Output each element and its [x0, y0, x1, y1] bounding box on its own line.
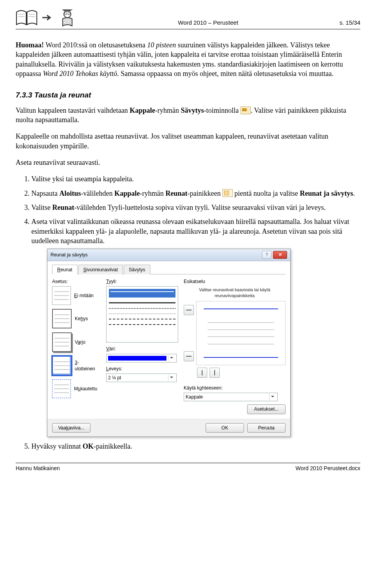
style-listbox[interactable]: [106, 286, 178, 343]
preview-column: Esikatselu Valitse reunaviivat kaaviosta…: [184, 278, 286, 414]
dialog-footer: Vaakaviiva... OK Peruuta: [47, 419, 290, 436]
style-option[interactable]: [109, 308, 175, 309]
asetus-thumb-custom: [52, 379, 71, 398]
paragraph-huomaa: Huomaa! Word 2010:ssä on oletusasetuksen…: [16, 40, 360, 78]
preview-canvas[interactable]: [196, 301, 286, 365]
footer-author: Hannu Matikainen: [16, 465, 60, 472]
dialog-titlebar: Reunat ja sävytys ? ✕: [47, 249, 290, 261]
asetus-3d[interactable]: 3-ulotteinen: [52, 356, 99, 375]
borders-icon: [222, 189, 233, 197]
shading-icon: [240, 106, 251, 114]
style-option[interactable]: [109, 324, 175, 325]
chevron-down-icon: [168, 355, 175, 361]
asetus-label: Asetus:: [52, 278, 99, 285]
step-5: Hyväksy valinnat OK-painikkeella.: [31, 442, 360, 451]
style-column: Tyyli: Väri:: [106, 278, 177, 414]
preview-top-border-button[interactable]: [184, 305, 194, 315]
apply-to-value: Kappale: [186, 394, 203, 400]
step-2: Napsauta Aloitus-välilehden Kappale-ryhm…: [31, 189, 360, 198]
asetus-ei-mitaan[interactable]: Ei mitään: [52, 286, 99, 305]
chevron-down-icon: [168, 375, 175, 381]
preview-left-border-button[interactable]: [197, 368, 207, 378]
asetus-thumb-none: [52, 286, 71, 305]
options-button[interactable]: Asetukset...: [247, 404, 286, 414]
preview-instructions: Valitse reunaviivat kaaviosta tai käytä …: [192, 287, 278, 299]
header-title: Word 2010 – Perusteet: [77, 19, 340, 27]
asetus-thumb-box: [52, 309, 72, 328]
dialog-tabs: Reunat Sivunreunaviivat Sävytys: [52, 264, 286, 274]
horizontal-line-button[interactable]: Vaakaviiva...: [52, 423, 90, 433]
asetus-kehys[interactable]: Kehys: [52, 309, 99, 328]
cancel-button[interactable]: Peruuta: [247, 423, 286, 433]
tab-sivunreunaviivat[interactable]: Sivunreunaviivat: [78, 265, 123, 274]
page-header: Word 2010 – Perusteet s. 15/34: [16, 8, 360, 29]
asetus-varjo[interactable]: Varjo: [52, 332, 99, 352]
preview-bottom-border-button[interactable]: [184, 351, 194, 361]
footer-filename: Word 2010 Perusteet.docx: [295, 465, 360, 472]
chevron-down-icon: [269, 394, 276, 400]
color-swatch: [108, 356, 166, 361]
asetus-thumb-shadow: [52, 332, 72, 352]
arrow-icon: [42, 14, 54, 22]
step-1: Valitse yksi tai useampia kappaleita.: [31, 174, 360, 184]
page-footer: Hannu Matikainen Word 2010 Perusteet.doc…: [16, 463, 360, 472]
step-3: Valitse Reunat-välilehden Tyyli-luettelo…: [31, 203, 360, 212]
preview-top-line: [204, 308, 278, 309]
asetus-mukautettu[interactable]: Mukautettu: [52, 379, 99, 398]
style-option[interactable]: [109, 319, 175, 319]
preview-label: Esikatselu: [184, 278, 286, 285]
paragraph-reunaviivat: Kappaleelle on mahdollista asettaa reuna…: [16, 132, 360, 151]
step-4: Aseta viivat valintaikkunan oikeassa reu…: [31, 217, 360, 437]
color-combo[interactable]: [106, 354, 177, 363]
borders-shading-dialog: Reunat ja sävytys ? ✕ Reunat Sivunreunav…: [47, 249, 291, 437]
student-icon: [58, 8, 77, 27]
lead-huomaa: Huomaa!: [16, 41, 44, 49]
book-icon: [16, 9, 38, 26]
paragraph-tausta: Valitun kappaleen taustaväri vaihdetaan …: [16, 106, 360, 125]
asetus-thumb-3d: [52, 356, 72, 375]
style-option[interactable]: [109, 314, 175, 314]
tab-reunat[interactable]: Reunat: [52, 265, 78, 274]
section-heading: 7.3.3 Tausta ja reunat: [16, 90, 360, 100]
ok-button[interactable]: OK: [206, 423, 244, 433]
style-option[interactable]: [109, 289, 175, 298]
header-page-number: s. 15/34: [340, 19, 360, 27]
style-option[interactable]: [109, 302, 175, 303]
preview-right-border-button[interactable]: [210, 368, 220, 378]
steps-list: Valitse yksi tai useampia kappaleita. Na…: [16, 174, 360, 451]
paragraph-aseta: Aseta reunaviivat seuraavasti.: [16, 158, 360, 167]
asetus-column: Asetus: Ei mitään Kehys: [52, 278, 99, 414]
tab-savytys[interactable]: Sävytys: [124, 265, 150, 274]
header-icons: [16, 8, 77, 27]
close-button[interactable]: ✕: [273, 251, 287, 259]
apply-to-combo[interactable]: Kappale: [184, 393, 278, 401]
width-value: 2 ¼ pt: [108, 375, 121, 381]
width-combo[interactable]: 2 ¼ pt: [106, 373, 177, 382]
preview-bottom-line: [204, 357, 278, 358]
help-button[interactable]: ?: [262, 251, 271, 259]
dialog-title: Reunat ja sävytys: [51, 252, 88, 258]
